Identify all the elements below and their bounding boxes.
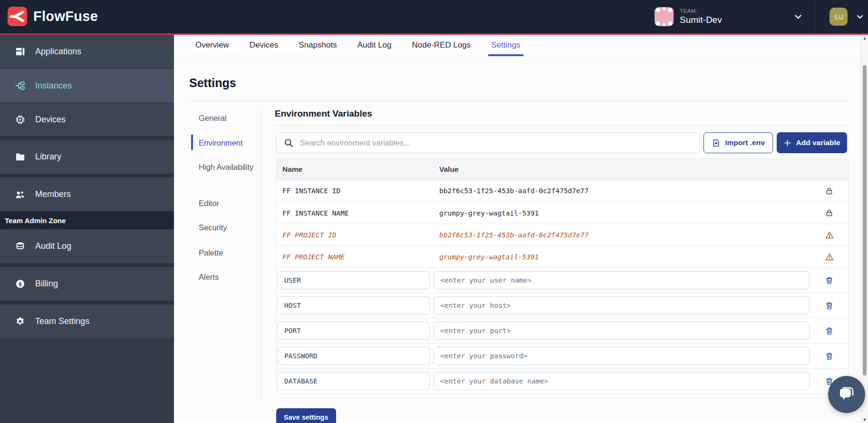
env-var-name-input[interactable] xyxy=(278,296,430,315)
table-row-editable xyxy=(277,293,848,318)
sidebar-item-instances[interactable]: Instances xyxy=(0,69,174,102)
gear-icon xyxy=(14,316,26,327)
sidebar-group-divider xyxy=(0,174,174,177)
sidebar-item-label: Library xyxy=(35,152,61,162)
tab-node-red-logs[interactable]: Node-RED Logs xyxy=(412,35,471,56)
import-env-label: Import .env xyxy=(725,138,765,147)
settings-nav-alerts[interactable]: Alerts xyxy=(199,271,257,283)
env-var-name: FF_INSTANCE_NAME xyxy=(277,209,434,217)
env-var-name: FF_INSTANCE_ID xyxy=(277,187,434,195)
sidebar-item-applications[interactable]: Applications xyxy=(0,35,174,69)
settings-nav-editor[interactable]: Editor xyxy=(199,197,257,209)
scrollbar-up-arrow[interactable]: ▲ xyxy=(861,35,868,41)
trash-icon xyxy=(825,352,834,361)
flowfuse-logo-icon xyxy=(8,7,27,26)
plus-icon xyxy=(783,139,791,147)
delete-variable-button[interactable] xyxy=(810,301,848,310)
sidebar-item-library[interactable]: Library xyxy=(0,140,174,174)
team-chevron-down-icon[interactable] xyxy=(793,11,803,24)
add-variable-label: Add variable xyxy=(796,138,840,147)
tab-settings[interactable]: Settings xyxy=(491,35,520,56)
sidebar-group-divider xyxy=(0,136,174,140)
sidebar-item-label: Applications xyxy=(35,47,81,57)
settings-nav-general[interactable]: General xyxy=(199,112,257,124)
team-selector[interactable]: TEAM: Sumit-Dev xyxy=(655,0,722,33)
user-avatar: su xyxy=(829,8,848,26)
delete-variable-button[interactable] xyxy=(810,276,848,285)
env-search xyxy=(276,132,700,153)
sidebar-group-divider xyxy=(0,301,174,305)
sidebar-item-label: Billing xyxy=(35,279,58,289)
import-env-button[interactable]: Import .env xyxy=(704,132,773,153)
sidebar-item-team-settings[interactable]: Team Settings xyxy=(0,305,174,338)
sidebar-item-label: Team Settings xyxy=(35,316,89,326)
logo-text: FlowFuse xyxy=(33,9,98,24)
sidebar-item-billing[interactable]: $ Billing xyxy=(0,267,174,301)
tab-overview[interactable]: Overview xyxy=(195,35,229,56)
svg-text:$: $ xyxy=(18,280,22,287)
settings-nav-high-availability[interactable]: High Availability xyxy=(199,161,257,173)
audit-log-icon xyxy=(14,241,26,252)
header-divider xyxy=(815,0,815,33)
env-var-value-input[interactable] xyxy=(434,347,810,365)
tab-devices[interactable]: Devices xyxy=(250,35,278,56)
sidebar-item-label: Devices xyxy=(35,115,66,125)
tab-snapshots[interactable]: Snapshots xyxy=(299,35,337,56)
vertical-scrollbar[interactable]: ▲ ▼ xyxy=(860,35,868,423)
chat-widget-button[interactable] xyxy=(828,376,865,413)
settings-nav-security[interactable]: Security xyxy=(199,222,257,234)
table-row: FF_PROJECT_ID bb2f6c53-1f25-453b-aafd-0c… xyxy=(277,224,848,246)
sidebar-group-divider xyxy=(0,263,174,267)
section-divider xyxy=(275,125,849,126)
scrollbar-thumb[interactable] xyxy=(863,65,867,375)
scrollbar-down-arrow[interactable]: ▼ xyxy=(861,416,868,423)
flowfuse-logo[interactable]: FlowFuse xyxy=(8,7,98,26)
delete-variable-button[interactable] xyxy=(810,352,848,361)
env-var-value-input[interactable] xyxy=(434,372,810,390)
table-row-editable xyxy=(277,343,848,368)
env-var-name-input[interactable] xyxy=(278,347,430,365)
sidebar-item-label: Audit Log xyxy=(35,241,71,251)
save-settings-button[interactable]: Save settings xyxy=(276,408,336,423)
settings-nav-environment[interactable]: Environment xyxy=(199,137,257,149)
instances-icon xyxy=(14,80,26,91)
env-var-name-input[interactable] xyxy=(278,271,430,289)
sidebar-item-members[interactable]: Members xyxy=(0,177,174,211)
add-variable-button[interactable]: Add variable xyxy=(777,132,847,153)
env-var-value-input[interactable] xyxy=(434,322,810,340)
env-var-value-input[interactable] xyxy=(434,271,810,289)
chat-icon xyxy=(837,384,857,404)
sidebar-item-audit-log[interactable]: Audit Log xyxy=(0,229,174,263)
team-admin-zone-label: Team Admin Zone xyxy=(0,211,174,229)
table-row: FF_INSTANCE_ID bb2f6c53-1f25-453b-aafd-0… xyxy=(277,180,848,202)
env-var-value-input[interactable] xyxy=(434,296,810,315)
env-var-name-input[interactable] xyxy=(278,322,430,340)
lock-icon xyxy=(810,187,848,196)
tab-audit-log[interactable]: Audit Log xyxy=(357,35,392,56)
billing-icon: $ xyxy=(14,278,26,290)
sidebar-item-devices[interactable]: Devices xyxy=(0,102,174,136)
user-menu[interactable]: su xyxy=(829,8,865,26)
search-input[interactable] xyxy=(300,138,699,148)
section-heading: Environment Variables xyxy=(275,108,372,119)
table-row: FF_INSTANCE_NAME grumpy-grey-wagtail-539… xyxy=(277,202,848,224)
lock-icon xyxy=(810,208,848,217)
trash-icon xyxy=(825,326,834,335)
warning-icon xyxy=(810,252,848,262)
delete-variable-button[interactable] xyxy=(810,326,848,335)
env-var-name: FF_PROJECT_ID xyxy=(277,231,434,239)
env-var-name-input[interactable] xyxy=(278,372,430,390)
team-name: Sumit-Dev xyxy=(680,15,722,25)
table-header: Name Value xyxy=(277,159,848,180)
top-header: FlowFuse TEAM: Sumit-Dev su xyxy=(0,0,868,33)
team-avatar xyxy=(655,7,674,26)
env-var-value: grumpy-grey-wagtail-5391 xyxy=(434,253,810,261)
table-row-editable xyxy=(277,318,848,343)
trash-icon xyxy=(825,276,834,285)
sidebar-item-label: Instances xyxy=(35,81,72,91)
table-row-editable xyxy=(277,267,848,293)
sidebar-item-label: Members xyxy=(35,189,71,199)
warning-icon xyxy=(810,230,848,240)
sidebar-nav: Applications Instances Devices Library xyxy=(0,35,174,423)
settings-nav-palette[interactable]: Palette xyxy=(199,247,257,259)
